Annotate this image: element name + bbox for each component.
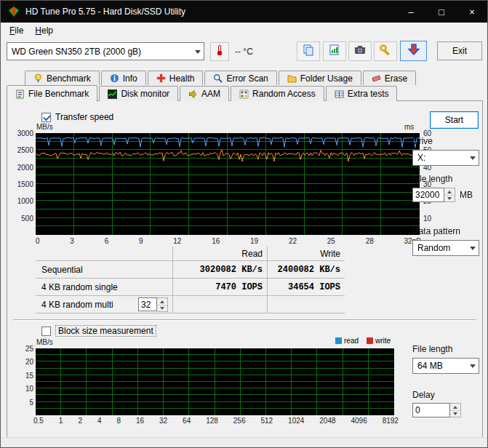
axis-tick-label: 6 (105, 237, 109, 245)
legend-write-swatch (367, 337, 373, 344)
sequential-write-value: 2400082 KB/s (267, 261, 345, 278)
spin-up-icon[interactable] (157, 298, 167, 305)
tab-random-access[interactable]: Random Access (231, 86, 324, 101)
screenshot-button[interactable] (348, 41, 372, 61)
tab-label: Disk monitor (121, 89, 169, 99)
block-size-label: Block size measurement (55, 325, 156, 337)
window-title: HD Tune Pro 5.75 - Hard Disk/SSD Utility (25, 7, 396, 17)
exit-button[interactable]: Exit (437, 41, 482, 60)
delay-input[interactable] (412, 403, 450, 417)
minimize-button[interactable]: – (396, 1, 426, 23)
spin-down-icon[interactable] (450, 411, 460, 417)
spinner-buttons (450, 403, 461, 417)
app-icon (8, 6, 20, 17)
file-length2-value: 64 MB (413, 361, 466, 371)
toolbar: WD Green SN350 2TB (2000 gB) -- °C (1, 39, 487, 66)
drive-label: Drive (412, 136, 433, 146)
file-length2-label: File length (412, 344, 452, 354)
block-size-checkbox-row: Block size measurement (41, 325, 156, 337)
capture-button[interactable] (400, 41, 427, 61)
close-button[interactable]: × (457, 1, 487, 23)
chevron-down-icon[interactable] (466, 241, 479, 255)
read-column-header: Read (172, 247, 267, 260)
axis-tick-label: 2500 (17, 147, 33, 154)
axis-tick-label: 1 (59, 417, 63, 425)
tab-health[interactable]: Health (148, 71, 204, 85)
random-multi-label: 4 KB random multi (41, 300, 113, 310)
options-button[interactable] (374, 41, 397, 61)
chevron-down-icon[interactable] (466, 151, 479, 165)
spin-up-icon[interactable] (450, 404, 460, 411)
axis-tick-label: 9 (139, 237, 143, 245)
maximize-button[interactable]: □ (426, 1, 457, 23)
axis-tick-label: 64 (183, 417, 191, 425)
tools-icon (379, 44, 392, 60)
axis-tick-label: 10 (25, 385, 33, 393)
transfer-speed-checkbox-row: Transfer speed (41, 112, 113, 122)
eraser-icon (372, 73, 381, 83)
data-pattern-select[interactable]: Random (412, 240, 479, 256)
axis-tick-label: 19 (250, 237, 258, 245)
spinner-buttons (444, 188, 455, 202)
table-row-random-single: 4 KB random single 7470 IOPS 34654 IOPS (36, 279, 345, 296)
tab-erase[interactable]: Erase (363, 71, 416, 85)
tab-file-benchmark[interactable]: File Benchmark (7, 85, 97, 102)
chevron-down-icon[interactable] (191, 43, 204, 60)
tab-benchmark[interactable]: Benchmark (25, 71, 100, 85)
report-button[interactable] (323, 41, 346, 61)
spin-down-icon[interactable] (444, 196, 455, 202)
tab-disk-monitor[interactable]: Disk monitor (99, 86, 178, 101)
title-bar: HD Tune Pro 5.75 - Hard Disk/SSD Utility… (1, 1, 487, 23)
benchmark-results-table: Read Write Sequential 3020082 KB/s 24000… (36, 247, 345, 313)
section-divider (13, 319, 476, 321)
axis-tick-label: 4 (97, 417, 102, 425)
thread-count-input[interactable] (138, 297, 157, 311)
transfer-chart-x-axis: 036912161922252832gB (36, 237, 421, 245)
table-row-sequential: Sequential 3020082 KB/s 2400082 KB/s (36, 261, 345, 279)
transfer-speed-checkbox[interactable] (41, 113, 51, 122)
tab-label: Error Scan (226, 73, 268, 84)
axis-tick-label: 3000 (17, 130, 33, 137)
write-column-header: Write (267, 247, 345, 260)
file-length-label: File length (412, 174, 452, 184)
axis-tick-label: 25 (327, 237, 335, 245)
thread-count-spinner (138, 297, 168, 311)
delay-label: Delay (412, 390, 435, 400)
tab-folder-usage[interactable]: Folder Usage (279, 71, 361, 85)
menu-help[interactable]: Help (29, 23, 59, 38)
menu-file[interactable]: File (4, 23, 29, 38)
axis-tick-label: 1000 (17, 198, 33, 205)
spin-up-icon[interactable] (444, 188, 455, 196)
block-chart-x-axis: 0.512481632641282565121024204840968192 (33, 417, 399, 425)
chevron-down-icon[interactable] (466, 359, 479, 373)
report-chart-icon (328, 44, 341, 60)
tab-label: Health (169, 73, 195, 84)
tab-extra-tests[interactable]: Extra tests (326, 86, 398, 101)
drive-letter-select[interactable]: X: (412, 150, 479, 166)
block-size-checkbox[interactable] (41, 327, 51, 336)
transfer-speed-chart (36, 133, 420, 235)
tab-info[interactable]: Info (101, 71, 146, 85)
table-row-random-multi: 4 KB random multi (36, 296, 345, 313)
axis-tick-label: 8192 (383, 417, 399, 425)
file-length2-select[interactable]: 64 MB (412, 358, 479, 374)
axis-tick-label: 512 (260, 417, 273, 425)
copy-button[interactable] (297, 41, 320, 61)
temperature-button[interactable] (210, 42, 229, 61)
drive-select[interactable]: WD Green SN350 2TB (2000 gB) (7, 42, 204, 60)
spin-down-icon[interactable] (157, 305, 167, 312)
tab-label: AAM (201, 89, 220, 99)
speaker-icon (188, 89, 198, 99)
axis-tick-label: 128 (206, 417, 218, 425)
legend-read-label: read (344, 337, 359, 345)
data-pattern-value: Random (413, 243, 466, 253)
axis-tick-label: 2 (78, 417, 82, 425)
file-length-input[interactable] (412, 188, 444, 202)
tab-aam[interactable]: AAM (180, 86, 229, 101)
tab-row-2: File Benchmark Disk monitor AAM Random A… (7, 85, 483, 101)
start-button[interactable]: Start (430, 111, 479, 129)
tab-error-scan[interactable]: Error Scan (204, 71, 276, 85)
sequential-read-value: 3020082 KB/s (172, 261, 267, 278)
file-length-spinner (412, 188, 455, 202)
axis-tick-label: 10 (423, 215, 431, 223)
